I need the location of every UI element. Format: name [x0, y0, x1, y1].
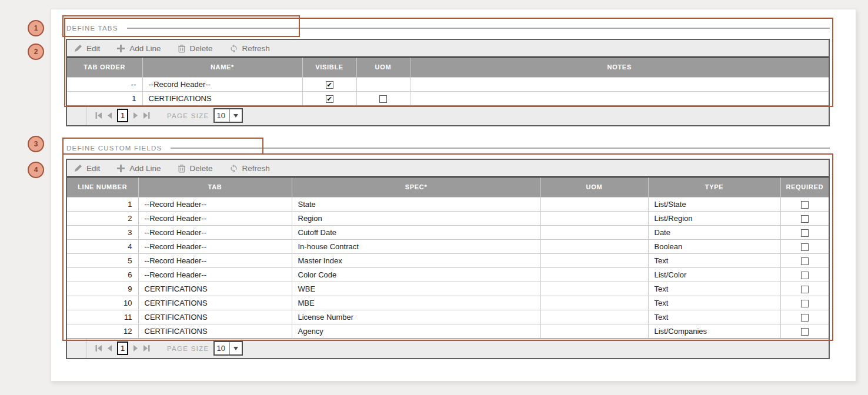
annotation-circle-1: 1 — [28, 20, 44, 36]
cell-line-number: 3 — [67, 225, 138, 239]
cell-tab-order: 1 — [67, 91, 142, 105]
custom-fields-table: LINE NUMBER TAB SPEC* UOM TYPE REQUIRED … — [67, 178, 829, 338]
cell-notes — [410, 91, 829, 105]
page-size-caret-button[interactable] — [229, 342, 242, 354]
annotation-circle-2: 2 — [28, 43, 44, 60]
table-row[interactable]: 1 CERTIFICATIONS — [67, 91, 829, 105]
page-size-label: PAGE SIZE — [167, 112, 209, 119]
plus-icon — [116, 164, 125, 173]
first-page-icon[interactable] — [95, 112, 102, 119]
next-page-icon[interactable] — [132, 112, 140, 119]
cell-type: Text — [648, 296, 780, 310]
annotation-circle-4: 4 — [28, 162, 44, 178]
delete-button[interactable]: Delete — [178, 44, 213, 53]
cell-uom — [540, 239, 648, 253]
cell-spec: In-house Contract — [292, 239, 540, 253]
cell-uom — [540, 267, 648, 282]
previous-page-icon[interactable] — [105, 344, 113, 352]
table-row[interactable]: 3 --Record Header-- Cutoff Date Date — [67, 225, 829, 239]
cell-notes — [410, 77, 829, 91]
refresh-button[interactable]: Refresh — [229, 164, 270, 173]
table-row[interactable]: 5 --Record Header-- Master Index Text — [67, 253, 829, 267]
column-header-spec: SPEC* — [292, 178, 540, 197]
required-checkbox[interactable] — [801, 215, 809, 223]
legend-divider — [127, 28, 830, 29]
cell-tab: --Record Header-- — [138, 225, 292, 239]
cell-spec: Cutoff Date — [292, 225, 540, 239]
current-page-box[interactable]: 1 — [117, 342, 128, 355]
refresh-label: Refresh — [242, 164, 270, 173]
table-row[interactable]: 1 --Record Header-- State List/State — [67, 197, 829, 211]
column-header-type: TYPE — [648, 178, 780, 197]
last-page-icon[interactable] — [143, 112, 151, 119]
tabs-toolbar: Edit Add Line Delete Refresh — [67, 40, 829, 58]
page-size-value[interactable]: 10 — [215, 342, 229, 354]
add-line-button[interactable]: Add Line — [116, 44, 161, 53]
refresh-label: Refresh — [242, 44, 270, 53]
page-size-dropdown[interactable]: 10 — [213, 341, 243, 356]
table-row[interactable]: -- --Record Header-- — [67, 77, 829, 91]
cell-spec: Master Index — [292, 253, 540, 267]
refresh-button[interactable]: Refresh — [229, 44, 270, 53]
required-checkbox[interactable] — [801, 272, 809, 279]
current-page-box[interactable]: 1 — [117, 109, 128, 122]
column-header-required: REQUIRED — [780, 178, 829, 197]
required-checkbox[interactable] — [801, 229, 809, 237]
cell-type: List/Companies — [648, 324, 780, 338]
table-row[interactable]: 2 --Record Header-- Region List/Region — [67, 211, 829, 225]
required-checkbox[interactable] — [801, 243, 809, 251]
edit-button[interactable]: Edit — [74, 44, 100, 53]
column-header-name: NAME* — [142, 58, 302, 77]
cell-uom — [540, 296, 648, 310]
legend-label: DEFINE CUSTOM FIELDS — [66, 145, 162, 152]
cell-uom — [540, 253, 648, 267]
pencil-icon — [74, 44, 82, 52]
required-checkbox[interactable] — [801, 328, 809, 336]
required-checkbox[interactable] — [801, 300, 809, 307]
add-line-label: Add Line — [129, 44, 161, 53]
delete-button[interactable]: Delete — [178, 164, 213, 173]
cell-type: Text — [648, 282, 780, 296]
table-row[interactable]: 9 CERTIFICATIONS WBE Text — [67, 282, 829, 296]
column-header-tab-order: TAB ORDER — [67, 58, 142, 77]
last-page-icon[interactable] — [143, 344, 151, 352]
uom-checkbox[interactable] — [379, 95, 387, 103]
tabs-table-header-row: TAB ORDER NAME* VISIBLE UOM NOTES — [67, 58, 829, 77]
custom-fields-toolbar: Edit Add Line Delete Refresh — [67, 160, 829, 178]
cell-tab-order: -- — [67, 77, 142, 91]
column-header-uom: UOM — [540, 178, 648, 197]
visible-checkbox[interactable] — [326, 81, 333, 89]
column-header-uom: UOM — [356, 58, 410, 77]
define-custom-fields-grid: Edit Add Line Delete Refresh LINE NUMBER… — [66, 159, 830, 359]
table-row[interactable]: 4 --Record Header-- In-house Contract Bo… — [67, 239, 829, 253]
delete-label: Delete — [190, 164, 213, 173]
cell-tab: --Record Header-- — [138, 197, 292, 211]
visible-checkbox[interactable] — [326, 95, 333, 103]
previous-page-icon[interactable] — [105, 112, 113, 119]
cell-type: List/State — [648, 197, 780, 211]
required-checkbox[interactable] — [801, 201, 809, 209]
table-row[interactable]: 11 CERTIFICATIONS License Number Text — [67, 310, 829, 324]
table-row[interactable]: 12 CERTIFICATIONS Agency List/Companies — [67, 324, 829, 338]
first-page-icon[interactable] — [95, 344, 102, 352]
cell-tab: CERTIFICATIONS — [138, 282, 292, 296]
define-tabs-grid: Edit Add Line Delete Refresh TAB ORDER N… — [66, 39, 830, 126]
page-size-value[interactable]: 10 — [215, 109, 229, 122]
next-page-icon[interactable] — [132, 344, 140, 352]
table-row[interactable]: 10 CERTIFICATIONS MBE Text — [67, 296, 829, 310]
table-row[interactable]: 6 --Record Header-- Color Code List/Colo… — [67, 267, 829, 282]
page-size-label: PAGE SIZE — [167, 345, 209, 352]
required-checkbox[interactable] — [801, 286, 809, 293]
required-checkbox[interactable] — [801, 257, 809, 265]
trash-icon — [178, 164, 186, 173]
edit-button[interactable]: Edit — [74, 164, 100, 173]
required-checkbox[interactable] — [801, 314, 809, 322]
add-line-button[interactable]: Add Line — [116, 164, 161, 173]
caret-down-icon — [233, 347, 238, 350]
cell-tab: CERTIFICATIONS — [138, 296, 292, 310]
pencil-icon — [74, 164, 82, 172]
page-size-caret-button[interactable] — [229, 109, 242, 122]
page-size-dropdown[interactable]: 10 — [213, 108, 243, 123]
column-header-line-number: LINE NUMBER — [67, 178, 138, 197]
cell-tab: --Record Header-- — [138, 211, 292, 225]
